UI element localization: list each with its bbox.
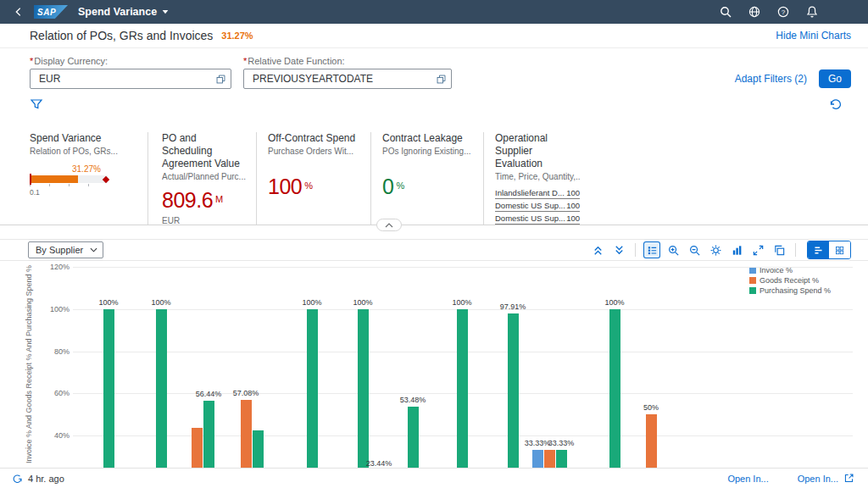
go-button[interactable]: Go <box>819 69 851 88</box>
relative-date-function-input[interactable] <box>251 72 436 86</box>
bar-value-label: 56.44% <box>190 390 227 398</box>
view-switch-table-button[interactable] <box>829 241 850 258</box>
kpi-card-operational-supplier-evaluation[interactable]: Operational Supplier Evaluation Time, Pr… <box>495 132 580 225</box>
fullscreen-button[interactable] <box>749 241 766 258</box>
kpi-card-spend-variance[interactable]: Spend Variance Relation of POs, GRs... 3… <box>30 132 148 225</box>
relative-date-function-field <box>243 69 452 89</box>
comparison-row: Inlandslieferant D...100 <box>495 186 580 199</box>
display-currency-field <box>30 69 231 89</box>
bullet-chart: 31.27% 0.1 <box>30 164 134 197</box>
chart-bar[interactable] <box>358 309 369 468</box>
collapse-header-icon[interactable] <box>589 241 606 258</box>
kpi-card-row: Spend Variance Relation of POs, GRs... 3… <box>0 124 868 225</box>
help-icon[interactable]: ? <box>776 5 790 19</box>
bullet-threshold-marker <box>30 174 31 185</box>
bullet-fill <box>30 175 78 183</box>
chart-bar[interactable] <box>646 414 657 468</box>
page-header: Relation of POs, GRs and Invoices 31.27%… <box>0 24 868 47</box>
dimension-selector-value: By Supplier <box>36 245 83 255</box>
svg-text:?: ? <box>782 8 786 16</box>
kpi-subtitle: POs Ignoring Existing... <box>382 147 473 156</box>
legend-swatch <box>749 267 756 274</box>
zoom-in-button[interactable] <box>665 241 682 258</box>
kpi-subtitle: Time, Price, Quantity,... <box>495 172 580 181</box>
kpi-subtitle: Actual/Planned Purc... <box>162 172 246 181</box>
comparison-chart: Inlandslieferant D...100 Domestic US Sup… <box>495 186 580 225</box>
kpi-title: Spend Variance <box>30 132 134 145</box>
hide-mini-charts-link[interactable]: Hide Mini Charts <box>776 30 851 42</box>
chart-bar[interactable] <box>556 450 567 468</box>
kpi-unit: % <box>396 180 403 191</box>
chart-type-button[interactable] <box>728 241 745 258</box>
bar-value-label: 100% <box>443 298 481 307</box>
collapse-header-button[interactable] <box>376 219 402 231</box>
back-icon[interactable] <box>10 3 27 20</box>
required-marker: * <box>30 56 33 66</box>
zoom-out-button[interactable] <box>686 241 703 258</box>
chart-bar[interactable] <box>544 450 555 468</box>
kpi-title: Operational Supplier Evaluation <box>495 132 580 170</box>
bullet-track <box>30 175 108 183</box>
open-in-link-2[interactable]: Open In... <box>798 473 854 484</box>
bar-value-label: 100% <box>293 298 331 307</box>
chart-bar[interactable] <box>508 313 519 468</box>
expand-header-icon[interactable] <box>610 241 627 258</box>
reset-filters-icon[interactable] <box>829 98 844 114</box>
comparison-row: Domestic US Sup...100 <box>495 199 580 212</box>
chart-legend: Invoice %Goods Receipt %Purchasing Spend… <box>749 266 831 295</box>
kpi-title: PO and Scheduling Agreement Value <box>162 132 246 170</box>
relative-date-function-label: *Relative Date Function: <box>243 56 345 66</box>
y-tick-label: 120% <box>32 263 70 271</box>
kpi-subtitle: Relation of POs, GRs... <box>30 147 134 156</box>
bell-icon[interactable] <box>805 5 819 19</box>
search-icon[interactable] <box>719 5 732 19</box>
legend-toggle-button[interactable] <box>643 241 660 258</box>
chart-bar[interactable] <box>457 309 468 468</box>
page-title: Relation of POs, GRs and Invoices <box>30 29 213 42</box>
last-refreshed-text: 4 hr. ago <box>28 474 64 484</box>
chart-bar[interactable] <box>307 309 318 468</box>
bullet-scale-min: 0.1 <box>30 188 134 197</box>
bar-value-label: 97.91% <box>494 302 531 311</box>
view-switch <box>807 241 851 259</box>
chart-bar[interactable] <box>103 309 114 468</box>
copy-button[interactable] <box>771 241 787 258</box>
legend-item[interactable]: Goods Receipt % <box>749 276 831 285</box>
chart-bar[interactable] <box>203 401 214 468</box>
kpi-card-contract-leakage[interactable]: Contract Leakage POs Ignoring Existing..… <box>382 132 484 225</box>
sap-logo: SAP <box>34 5 68 19</box>
kpi-value: 0% <box>382 175 473 199</box>
toolbar-separator <box>635 243 636 257</box>
dimension-selector[interactable]: By Supplier <box>28 241 103 258</box>
chart-bar[interactable] <box>253 430 264 468</box>
chart-bar[interactable] <box>408 407 419 468</box>
header-kpi-value: 31.27% <box>221 30 253 41</box>
toolbar-separator <box>795 243 796 257</box>
globe-icon[interactable] <box>748 5 761 19</box>
kpi-card-off-contract-spend[interactable]: Off-Contract Spend Purchase Orders Wit..… <box>268 132 371 225</box>
legend-item[interactable]: Purchasing Spend % <box>749 286 831 295</box>
kpi-subtitle: Purchase Orders Wit... <box>268 147 360 156</box>
adapt-filters-link[interactable]: Adapt Filters (2) <box>735 73 807 85</box>
value-help-icon[interactable] <box>215 74 226 85</box>
chart-bar[interactable] <box>241 400 252 469</box>
kpi-value: 809.6M <box>162 188 246 213</box>
legend-swatch <box>749 287 756 294</box>
settings-gear-button[interactable] <box>707 241 724 258</box>
refresh-icon[interactable] <box>12 473 23 484</box>
kpi-card-po-agreement-value[interactable]: PO and Scheduling Agreement Value Actual… <box>162 132 257 225</box>
app-title: Spend Variance <box>78 6 157 18</box>
chart-bar[interactable] <box>609 309 620 468</box>
bar-value-label: 100% <box>90 298 127 307</box>
display-currency-input[interactable] <box>37 72 215 86</box>
external-link-icon <box>843 473 854 484</box>
view-switch-chart-button[interactable] <box>808 241 829 258</box>
app-title-menu[interactable]: Spend Variance <box>78 6 169 18</box>
open-in-link-1[interactable]: Open In... <box>727 474 768 484</box>
filter-funnel-icon[interactable] <box>30 97 47 113</box>
value-help-icon[interactable] <box>436 74 447 85</box>
kpi-unit: M <box>215 194 223 204</box>
chart-bar[interactable] <box>156 309 167 468</box>
chart-bar[interactable] <box>532 450 543 468</box>
chart-bar[interactable] <box>192 428 203 468</box>
